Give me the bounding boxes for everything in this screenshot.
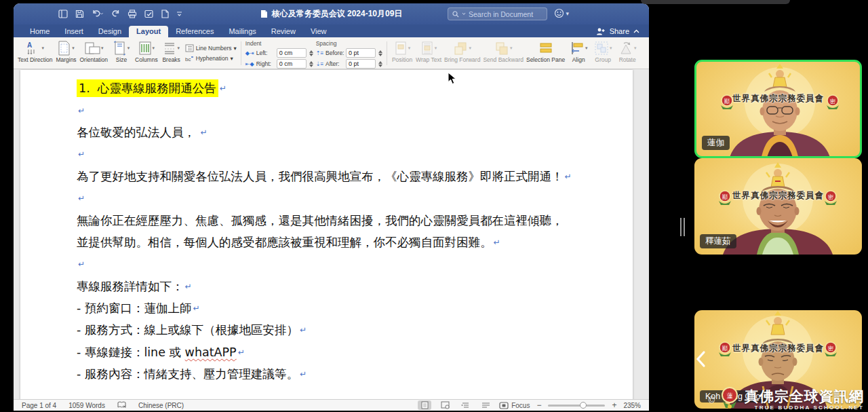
send-backward-button[interactable]: ▾ Send Backward	[483, 39, 524, 67]
share-label: Share	[610, 27, 629, 35]
tab-insert[interactable]: Insert	[57, 26, 91, 37]
rotate-button[interactable]: ▾ Rotate	[616, 39, 638, 67]
gallery-prev-arrow-icon[interactable]	[696, 350, 707, 371]
line-numbers-label: Line Numbers	[196, 45, 232, 52]
paragraph-mark: ↵	[494, 238, 500, 247]
size-button[interactable]: ▾ Size	[111, 39, 132, 67]
tab-review[interactable]: Review	[264, 26, 303, 37]
outline-view-button[interactable]	[458, 400, 472, 410]
save-icon[interactable]	[75, 10, 84, 18]
indent-group-title: Indent	[245, 40, 313, 47]
redo-icon[interactable]	[111, 10, 120, 18]
orientation-label: Orientation	[80, 57, 108, 63]
align-icon	[570, 41, 585, 56]
indent-left-stepper[interactable]	[309, 50, 313, 56]
language-indicator[interactable]: Chinese (PRC)	[138, 402, 184, 409]
meeting-toolbar-remnant	[641, 0, 790, 4]
spacing-after-field[interactable]: 0 pt	[346, 59, 376, 69]
video-tile-1[interactable]: 顯 密 世界真佛宗宗務委員會 蓮伽	[694, 60, 862, 158]
paragraph-mark: ↵	[78, 106, 85, 115]
sidebar-toggle-icon[interactable]	[58, 10, 68, 18]
print-layout-view-button[interactable]	[418, 400, 431, 410]
position-button[interactable]: ▾ Position	[391, 39, 413, 67]
orientation-button[interactable]: ▾ Orientation	[80, 39, 108, 67]
search-icon	[452, 11, 459, 18]
zoom-slider-thumb[interactable]	[580, 402, 587, 409]
hyphenation-icon: bc	[185, 54, 194, 62]
margins-button[interactable]: ▾ Margins	[56, 39, 77, 67]
qat-more-icon[interactable]	[176, 11, 182, 17]
doc-line: 無論你正在經歷壓力、焦慮、孤獨感，還是其他情緒困擾，我們的心靈關愛員都在這裡傾聽…	[77, 209, 606, 231]
feedback-smiley-icon[interactable]: ▾	[554, 8, 569, 18]
indent-right-stepper[interactable]	[309, 61, 313, 67]
wrap-text-button[interactable]: ▾ Wrap Text	[416, 39, 441, 67]
tab-references[interactable]: References	[168, 26, 221, 37]
watermark-english: TRUE BUDDHA SCHOOL.NET	[755, 405, 864, 411]
panel-resize-handle[interactable]	[680, 218, 685, 236]
new-document-icon[interactable]	[161, 10, 169, 18]
background-banner-text: 世界真佛宗宗務委員會	[696, 93, 860, 105]
tab-design[interactable]: Design	[91, 26, 129, 37]
send-backward-label: Send Backward	[483, 57, 524, 63]
indent-right-field[interactable]: 0 cm	[277, 59, 307, 69]
proofing-errors-icon[interactable]	[117, 401, 126, 410]
word-count[interactable]: 1059 Words	[68, 402, 105, 409]
doc-line: - 服務方式：線上或線下（根據地區安排）↵	[77, 319, 606, 341]
video-tile-2[interactable]: 顯 密 世界真佛宗宗務委員會 釋蓮茹	[694, 158, 862, 255]
hyphenation-button[interactable]: bc Hyphenation▾	[185, 54, 237, 62]
tab-mailings[interactable]: Mailings	[221, 26, 263, 37]
collapse-ribbon-chevron-icon[interactable]	[633, 29, 639, 33]
line-numbers-button[interactable]: Line Numbers▾	[185, 44, 237, 52]
document-page[interactable]: 1. 心靈專線服務開通公告↵ ↵ 各位敬爱的弘法人員， ↵ ↵ 為了更好地支持和…	[20, 70, 633, 399]
misspelled-word: whatAPP	[185, 345, 237, 359]
columns-button[interactable]: ▾ Columns	[135, 39, 158, 67]
paragraph-mark: ↵	[220, 83, 226, 93]
page-indicator[interactable]: Page 1 of 4	[22, 402, 56, 409]
screen: 核心及常务委员会议 2024-10月09日 Search in Document…	[0, 0, 868, 412]
indent-left-field[interactable]: 0 cm	[277, 48, 307, 58]
spacing-after-stepper[interactable]	[378, 61, 382, 67]
status-bar: Page 1 of 4 1059 Words Chinese (PRC)	[14, 399, 649, 411]
align-label: Align	[572, 57, 585, 63]
align-button[interactable]: ▾ Align	[568, 39, 589, 67]
paragraph-mark: ↵	[78, 259, 85, 269]
draft-view-button[interactable]	[479, 400, 492, 410]
spacing-before-field[interactable]: 0 pt	[346, 48, 376, 58]
bring-forward-button[interactable]: ▾ Bring Forward	[444, 39, 480, 67]
columns-icon	[138, 41, 152, 56]
doc-line: 並提供幫助。相信，每個人的感受都應該被重視和理解，你不必獨自面對困難。↵	[77, 231, 606, 253]
review-edit-icon[interactable]	[144, 10, 154, 18]
breaks-button[interactable]: ▾ Breaks	[161, 39, 182, 67]
web-layout-view-button[interactable]	[438, 400, 452, 410]
paragraph-mark: ↵	[300, 325, 307, 335]
text-direction-button[interactable]: A▾ Text Direction	[18, 39, 53, 67]
share-button[interactable]: Share	[596, 27, 639, 35]
group-icon	[594, 41, 609, 56]
zoom-slider[interactable]	[548, 405, 605, 407]
print-icon[interactable]	[127, 10, 137, 18]
search-input[interactable]: Search in Document	[448, 7, 547, 20]
group-button[interactable]: ▾ Group	[592, 39, 614, 67]
spacing-before-stepper[interactable]	[378, 50, 382, 56]
participant-name-badge: 蓮伽	[702, 136, 730, 150]
zoom-in-button[interactable]: +	[612, 400, 616, 410]
line-numbers-icon	[185, 44, 194, 52]
tab-layout[interactable]: Layout	[129, 26, 168, 37]
undo-icon[interactable]	[92, 10, 104, 18]
doc-line: 專線服務詳情如下：↵	[77, 276, 606, 297]
group-label: Group	[595, 57, 611, 63]
word-window: 核心及常务委员会议 2024-10月09日 Search in Document…	[14, 3, 649, 411]
bring-forward-label: Bring Forward	[444, 57, 480, 63]
tab-home[interactable]: Home	[22, 26, 57, 37]
doc-line: 為了更好地支持和關愛各位弘法人員，我們很高興地宣布，《心靈專線服務》即將正式開通…	[77, 166, 606, 187]
margins-icon	[58, 41, 71, 56]
selection-pane-button[interactable]: Selection Pane	[526, 39, 565, 67]
spacing-before-label: Before:	[326, 50, 344, 56]
zoom-percentage[interactable]: 235%	[623, 402, 641, 409]
tab-view[interactable]: View	[303, 26, 334, 37]
position-label: Position	[392, 57, 412, 63]
svg-text:蓮: 蓮	[727, 392, 733, 399]
size-label: Size	[116, 57, 127, 63]
focus-mode-button[interactable]: Focus	[499, 400, 530, 410]
zoom-out-button[interactable]: −	[536, 400, 541, 410]
